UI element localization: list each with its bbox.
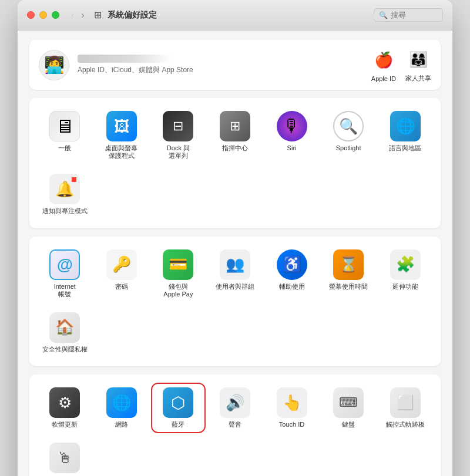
family-sharing-label: 家人共享	[405, 74, 431, 83]
language-icon: 🌐	[390, 111, 421, 141]
language-label: 語言與地區	[389, 144, 421, 152]
minimize-button[interactable]	[39, 11, 47, 19]
avatar: 👩‍💻	[39, 50, 69, 80]
profile-subtitle: Apple ID、iCloud、媒體與 App Store	[78, 65, 371, 75]
users-icon: 👥	[220, 249, 250, 280]
profile-actions: 🍎 Apple ID 👨‍👩‍👧 家人共享	[371, 47, 431, 83]
mission-control-icon: ⊞	[220, 111, 250, 141]
grid-item-extensions[interactable]: 🧩 延伸功能	[379, 246, 431, 302]
grid-item-notifications[interactable]: 🔔 通知與專注模式	[39, 170, 91, 218]
network-label: 網路	[115, 421, 128, 428]
family-sharing-icon: 👨‍👩‍👧	[406, 47, 431, 72]
dock-label: Dock 與 選單列	[167, 144, 190, 160]
back-button[interactable]: ‹	[69, 9, 76, 21]
screentime-icon: ⌛	[333, 249, 364, 280]
grid-item-mouse[interactable]: 🖱 滑鼠	[39, 439, 91, 476]
grid-item-spotlight[interactable]: 🔍 Spotlight	[323, 107, 375, 163]
sound-label: 聲音	[229, 421, 241, 428]
profile-name-blur	[78, 55, 172, 63]
fullscreen-button[interactable]	[52, 11, 59, 19]
mouse-icon: 🖱	[49, 443, 80, 473]
apple-id-label: Apple ID	[371, 75, 396, 82]
grid-item-mission-control[interactable]: ⊞ 指揮中心	[209, 107, 261, 163]
extensions-label: 延伸功能	[392, 283, 418, 291]
grid-item-touchid[interactable]: 👆 Touch ID	[266, 384, 318, 432]
trackpad-icon: ⬜	[390, 387, 421, 418]
grid-item-keyboard[interactable]: ⌨ 鍵盤	[323, 384, 375, 432]
search-input[interactable]	[391, 11, 438, 19]
grid-item-general[interactable]: 🖥 一般	[39, 107, 91, 163]
grid-1: 🖥 一般 🖼 桌面與螢幕 保護程式 ⊟ Dock 與 選單列 ⊞ 指揮中心	[39, 107, 431, 219]
siri-icon: 🎙	[277, 111, 307, 141]
grid-item-language[interactable]: 🌐 語言與地區	[379, 107, 431, 163]
grid-3: ⚙ 軟體更新 🌐 網路 ⬡ 藍牙 🔊 聲音	[39, 384, 431, 476]
keyboard-label: 鍵盤	[342, 421, 355, 428]
grid-item-accessibility[interactable]: ♿ 輔助使用	[266, 246, 318, 302]
grid-item-desktop[interactable]: 🖼 桌面與螢幕 保護程式	[96, 107, 148, 163]
general-icon: 🖥	[49, 111, 80, 141]
main-window: ‹ › ⊞ 系統偏好設定 🔍 👩‍💻 Apple ID、iCloud、媒體與 A…	[18, 0, 452, 476]
close-button[interactable]	[27, 11, 35, 19]
accessibility-icon: ♿	[277, 249, 307, 280]
grid-item-bluetooth[interactable]: ⬡ 藍牙	[152, 384, 204, 432]
section-1: 🖥 一般 🖼 桌面與螢幕 保護程式 ⊟ Dock 與 選單列 ⊞ 指揮中心	[29, 98, 441, 228]
security-icon: 🏠	[49, 312, 80, 343]
section-3: ⚙ 軟體更新 🌐 網路 ⬡ 藍牙 🔊 聲音	[29, 374, 441, 476]
search-icon: 🔍	[379, 11, 388, 19]
bluetooth-label: 藍牙	[172, 421, 184, 428]
grid-item-security[interactable]: 🏠 安全性與隱私權	[39, 309, 91, 357]
wallet-label: 錢包與 Apple Pay	[163, 283, 193, 298]
softupdate-icon: ⚙	[49, 387, 80, 418]
sound-icon: 🔊	[220, 387, 250, 418]
grid-item-dock[interactable]: ⊟ Dock 與 選單列	[152, 107, 204, 163]
softupdate-label: 軟體更新	[52, 421, 78, 428]
content-area: 👩‍💻 Apple ID、iCloud、媒體與 App Store 🍎 Appl…	[18, 31, 452, 476]
spotlight-icon: 🔍	[333, 111, 364, 141]
screentime-label: 螢幕使用時間	[329, 283, 368, 291]
grid-item-screentime[interactable]: ⌛ 螢幕使用時間	[323, 246, 375, 302]
grid-item-passwords[interactable]: 🔑 密碼	[96, 246, 148, 302]
window-title: 系統偏好設定	[108, 10, 157, 21]
accessibility-label: 輔助使用	[279, 283, 305, 291]
desktop-label: 桌面與螢幕 保護程式	[105, 144, 137, 160]
general-label: 一般	[58, 144, 71, 152]
forward-button[interactable]: ›	[79, 9, 86, 21]
profile-section[interactable]: 👩‍💻 Apple ID、iCloud、媒體與 App Store 🍎 Appl…	[29, 40, 441, 90]
notifications-icon: 🔔	[49, 174, 80, 204]
grid-item-siri[interactable]: 🎙 Siri	[266, 107, 318, 163]
grid-item-network[interactable]: 🌐 網路	[96, 384, 148, 432]
grid-item-internet[interactable]: @ Internet 帳號	[39, 246, 91, 302]
grid-item-softupdate[interactable]: ⚙ 軟體更新	[39, 384, 91, 432]
passwords-label: 密碼	[115, 283, 128, 291]
extensions-icon: 🧩	[390, 249, 421, 280]
notifications-label: 通知與專注模式	[42, 207, 88, 215]
network-icon: 🌐	[106, 387, 137, 418]
internet-label: Internet 帳號	[54, 283, 76, 298]
keyboard-icon: ⌨	[333, 387, 364, 418]
section-2: @ Internet 帳號 🔑 密碼 💳 錢包與 Apple Pay 👥 使用者…	[29, 237, 441, 367]
trackpad-label: 觸控式軌跡板	[386, 421, 425, 428]
security-label: 安全性與隱私權	[42, 346, 88, 353]
search-box[interactable]: 🔍	[374, 8, 443, 22]
grid-icon[interactable]: ⊞	[94, 9, 102, 21]
titlebar: ‹ › ⊞ 系統偏好設定 🔍	[18, 0, 452, 31]
siri-label: Siri	[287, 144, 297, 152]
bluetooth-icon: ⬡	[163, 387, 193, 418]
grid-item-users[interactable]: 👥 使用者與群組	[209, 246, 261, 302]
traffic-lights	[27, 11, 59, 19]
touchid-label: Touch ID	[279, 421, 304, 428]
apple-id-icon: 🍎	[371, 48, 396, 73]
desktop-icon: 🖼	[106, 111, 137, 141]
grid-2: @ Internet 帳號 🔑 密碼 💳 錢包與 Apple Pay 👥 使用者…	[39, 246, 431, 357]
apple-id-button[interactable]: 🍎 Apple ID	[371, 48, 396, 82]
spotlight-label: Spotlight	[336, 144, 361, 152]
grid-item-sound[interactable]: 🔊 聲音	[209, 384, 261, 432]
passwords-icon: 🔑	[106, 249, 137, 280]
touchid-icon: 👆	[277, 387, 307, 418]
profile-info: Apple ID、iCloud、媒體與 App Store	[78, 55, 371, 75]
nav-buttons: ‹ ›	[69, 9, 87, 21]
grid-item-wallet[interactable]: 💳 錢包與 Apple Pay	[152, 246, 204, 302]
grid-item-trackpad[interactable]: ⬜ 觸控式軌跡板	[379, 384, 431, 432]
mission-control-label: 指揮中心	[222, 144, 248, 152]
family-sharing-button[interactable]: 👨‍👩‍👧 家人共享	[405, 47, 431, 83]
